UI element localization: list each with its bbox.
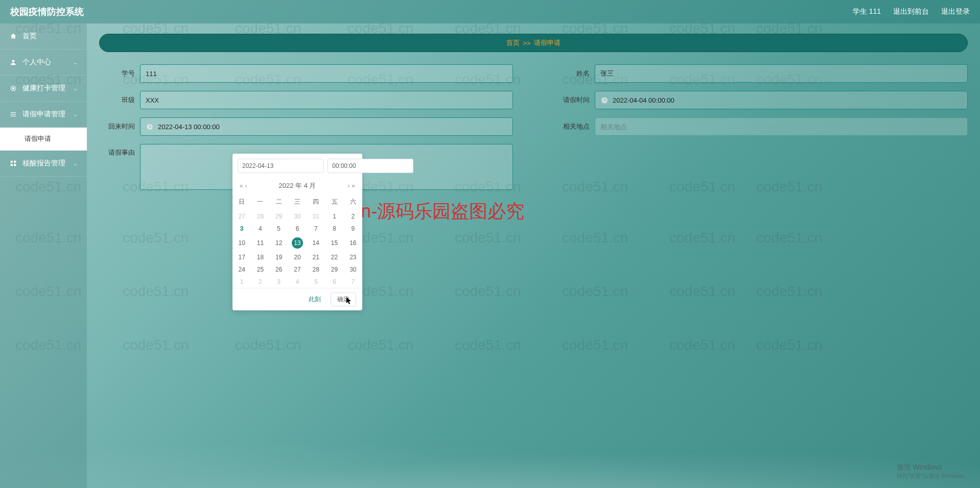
datepicker-time-input[interactable]	[328, 159, 413, 173]
sidebar-item-label: 核酸报告管理	[22, 159, 65, 168]
input-name[interactable]: 张三	[595, 64, 968, 83]
sidebar-item-请假申请管理[interactable]: 请假申请管理⌄	[0, 102, 87, 128]
calendar-day[interactable]: 22	[325, 251, 343, 263]
svg-rect-3	[11, 112, 16, 113]
calendar-day[interactable]: 13	[288, 235, 307, 251]
calendar-day[interactable]: 30	[344, 263, 362, 276]
grid-icon	[9, 159, 17, 167]
sidebar-item-label: 健康打卡管理	[22, 84, 65, 93]
calendar-day[interactable]: 15	[325, 235, 343, 251]
calendar-day[interactable]: 21	[307, 251, 325, 263]
calendar-day[interactable]: 8	[325, 223, 343, 235]
calendar-day[interactable]: 20	[288, 251, 307, 263]
calendar-day[interactable]: 2	[251, 276, 269, 288]
calendar-day[interactable]: 14	[307, 235, 325, 251]
svg-rect-8	[11, 164, 13, 166]
home-icon	[9, 32, 17, 40]
clock-icon: 🕒	[600, 96, 609, 104]
calendar-day[interactable]: 31	[307, 210, 325, 223]
calendar-day[interactable]: 19	[270, 251, 288, 263]
calendar-day[interactable]: 1	[232, 276, 251, 288]
calendar-day[interactable]: 27	[288, 263, 307, 276]
logout-link[interactable]: 退出登录	[941, 7, 970, 16]
svg-rect-6	[11, 161, 13, 163]
chevron-down-icon: ⌄	[73, 111, 78, 118]
input-student-id[interactable]: 111	[140, 64, 513, 83]
datepicker-now-button[interactable]: 此刻	[309, 296, 321, 303]
calendar-day[interactable]: 24	[232, 263, 251, 276]
breadcrumb: 首页 >> 请假申请	[99, 34, 968, 52]
calendar-day[interactable]: 1	[325, 210, 343, 223]
calendar-day[interactable]: 7	[307, 223, 325, 235]
calendar-day[interactable]: 6	[288, 223, 307, 235]
input-leave-time[interactable]: 🕒 2022-04-04 00:00:00	[595, 91, 968, 109]
calendar-day[interactable]: 4	[288, 276, 307, 288]
sidebar: 首页个人中心⌄健康打卡管理⌄请假申请管理⌄请假申请核酸报告管理⌄	[0, 23, 87, 488]
label-student-id: 学号	[99, 69, 135, 78]
calendar-day[interactable]: 28	[307, 263, 325, 276]
main-content: 首页 >> 请假申请 学号 111 姓名 张三 班级 XXX 请假时间 🕒 20…	[87, 23, 980, 488]
weekday-header: 日	[232, 193, 251, 210]
calendar-day[interactable]: 29	[270, 210, 288, 223]
label-name: 姓名	[554, 69, 590, 78]
app-header: 校园疫情防控系统 学生 111 退出到前台 退出登录	[0, 0, 980, 23]
calendar-day[interactable]: 18	[251, 251, 269, 263]
return-time-value: 2022-04-13 00:00:00	[158, 123, 220, 131]
label-reason: 请假事由	[99, 144, 135, 157]
sidebar-item-首页[interactable]: 首页	[0, 23, 87, 50]
calendar-day[interactable]: 11	[251, 235, 269, 251]
calendar-day[interactable]: 29	[325, 263, 343, 276]
calendar-day[interactable]: 27	[232, 210, 251, 223]
calendar-day[interactable]: 3	[270, 276, 288, 288]
label-leave-time: 请假时间	[554, 95, 590, 105]
back-to-front-link[interactable]: 退出到前台	[893, 7, 929, 16]
calendar-day[interactable]: 23	[344, 251, 362, 263]
input-location[interactable]	[595, 117, 968, 136]
calendar-day[interactable]: 4	[251, 223, 269, 235]
submenu-item-请假申请[interactable]: 请假申请	[0, 128, 87, 151]
weekday-header: 五	[325, 193, 343, 210]
calendar-day[interactable]: 9	[344, 223, 362, 235]
chevron-down-icon: ⌄	[73, 160, 78, 167]
user-icon	[9, 58, 17, 66]
calendar-day[interactable]: 7	[344, 276, 362, 288]
svg-rect-9	[14, 164, 16, 166]
calendar-day[interactable]: 30	[288, 210, 307, 223]
sidebar-item-label: 请假申请管理	[22, 110, 65, 119]
calendar-day[interactable]: 5	[307, 276, 325, 288]
calendar-day[interactable]: 3	[232, 223, 251, 235]
calendar-day[interactable]: 2	[344, 210, 362, 223]
prev-month-icon[interactable]: ‹	[244, 182, 248, 189]
svg-rect-5	[11, 116, 16, 116]
label-class: 班级	[99, 95, 135, 105]
calendar-day[interactable]: 16	[344, 235, 362, 251]
datepicker-date-input[interactable]	[238, 159, 323, 173]
sidebar-item-label: 首页	[22, 32, 37, 41]
weekday-header: 四	[307, 193, 325, 210]
calendar-day[interactable]: 6	[325, 276, 343, 288]
sidebar-item-核酸报告管理[interactable]: 核酸报告管理⌄	[0, 151, 87, 177]
svg-rect-7	[14, 161, 16, 163]
next-month-icon[interactable]: ›	[346, 182, 351, 189]
breadcrumb-home[interactable]: 首页	[506, 38, 520, 47]
location-field[interactable]	[600, 123, 962, 131]
input-class[interactable]: XXX	[140, 91, 513, 109]
calendar-day[interactable]: 25	[251, 263, 269, 276]
datepicker-title: 2022 年 4 月	[248, 181, 347, 190]
clock-icon: 🕒	[146, 123, 154, 131]
sidebar-item-个人中心[interactable]: 个人中心⌄	[0, 50, 87, 76]
input-return-time[interactable]: 🕒 2022-04-13 00:00:00	[140, 117, 513, 136]
datepicker-grid: 日一二三四五六 27282930311234567891011121314151…	[232, 193, 362, 288]
user-label[interactable]: 学生 111	[853, 7, 881, 16]
calendar-day[interactable]: 28	[251, 210, 269, 223]
leave-time-value: 2022-04-04 00:00:00	[613, 96, 674, 104]
calendar-day[interactable]: 17	[232, 251, 251, 263]
sidebar-item-健康打卡管理[interactable]: 健康打卡管理⌄	[0, 76, 87, 102]
prev-year-icon[interactable]: «	[239, 182, 244, 189]
calendar-day[interactable]: 5	[270, 223, 288, 235]
calendar-day[interactable]: 10	[232, 235, 251, 251]
calendar-day[interactable]: 26	[270, 263, 288, 276]
svg-rect-4	[11, 114, 16, 114]
next-year-icon[interactable]: »	[351, 182, 356, 189]
calendar-day[interactable]: 12	[270, 235, 288, 251]
